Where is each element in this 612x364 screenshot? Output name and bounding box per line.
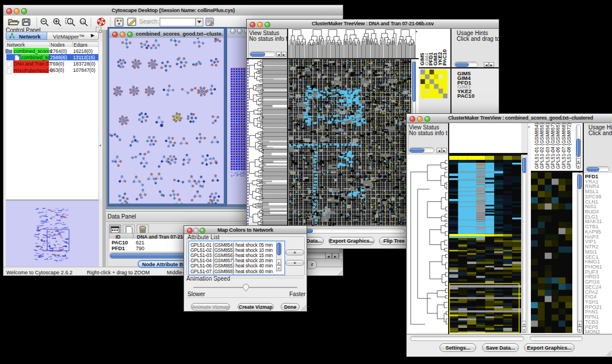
svg-text:GPL51-08 (GSM872): GPL51-08 (GSM872) (566, 123, 572, 169)
svg-text:1:1: 1:1 (81, 21, 85, 24)
svg-text:PAC10: PAC10 (442, 49, 447, 66)
svg-text:Search:: Search: (139, 18, 159, 25)
